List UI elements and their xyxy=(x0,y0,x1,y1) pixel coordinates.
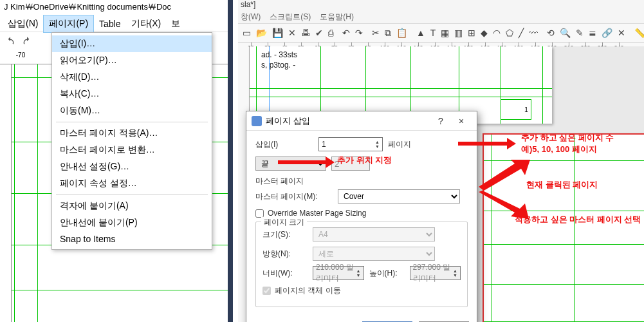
menu-item[interactable]: 삽입(I)… xyxy=(52,35,212,52)
override-sizing-label: Override Master Page Sizing xyxy=(268,209,366,218)
window-title: J Kim￦OneDrive￦Knitting documents￦Doc xyxy=(0,0,228,15)
annotation-pagecount: 추가 하고 싶은 페이지 수예)5, 10, 100 페이지 xyxy=(521,132,614,155)
page-size-group-label: 페이지 크기 xyxy=(261,217,307,228)
measure-icon[interactable]: 📏 xyxy=(634,26,644,40)
page-suffix-label: 페이지 xyxy=(388,139,411,150)
menu-item[interactable]: 스크립트(S) xyxy=(270,12,311,23)
menu-item[interactable]: 삽입(N) xyxy=(3,15,43,32)
table-icon[interactable]: ⊞ xyxy=(467,26,476,40)
annotation-master: 적용하고 싶은 마스터 페이지 선택 xyxy=(515,214,641,225)
insert-label: 삽입(I) xyxy=(255,139,313,150)
page-menu-dropdown: 삽입(I)…읽어오기(P)…삭제(D)…복사(C)…이동(M)…마스터 페이지 … xyxy=(51,32,212,250)
menu-item[interactable]: 안내선 설정(G)… xyxy=(52,158,212,175)
pointer-icon[interactable]: ▲ xyxy=(416,26,426,40)
annotation-current-page: 현재 클릭된 페이지 xyxy=(526,179,598,191)
line-icon[interactable]: ╱ xyxy=(518,26,524,40)
paste-icon[interactable]: 📋 xyxy=(396,26,408,40)
size-label: 크기(S): xyxy=(262,229,308,240)
menu-item[interactable]: 창(W) xyxy=(241,12,261,23)
width-spinner: 210.000 밀리미터▲▼ xyxy=(313,266,364,280)
close-icon[interactable]: ✕ xyxy=(288,26,297,40)
bezier-icon[interactable]: 〰 xyxy=(528,26,538,40)
height-spinner: 297.000 밀리미터▲▼ xyxy=(410,266,461,280)
master-section-label: 마스터 페이지 xyxy=(255,176,468,187)
ruler-vertical xyxy=(0,64,12,322)
polygon-icon[interactable]: ⬠ xyxy=(505,26,514,40)
arrow-to-pagecount xyxy=(458,139,516,148)
menu-item[interactable]: 복사(C)… xyxy=(52,86,212,102)
menu-item[interactable]: 이동(M)… xyxy=(52,102,212,119)
insert-page-dialog: 페이지 삽입 ? × 삽입(I) 1 ▲▼ 페이지 끝 마스터 페이지 xyxy=(246,111,477,322)
right-menubar: 창(W)스크립트(S)도움말(H) xyxy=(238,10,644,23)
shape-icon[interactable]: ◆ xyxy=(480,26,488,40)
zoom-icon[interactable]: 🔍 xyxy=(559,26,571,40)
redo-icon[interactable]: ↷ xyxy=(354,26,363,40)
story-editor-icon[interactable]: ≣ xyxy=(588,26,597,40)
annotation-position: 추가 위치 지정 xyxy=(337,155,392,166)
menu-item[interactable]: 격자에 붙이기(A) xyxy=(52,198,212,214)
menu-item[interactable]: 삭제(D)… xyxy=(52,69,212,86)
rotate-icon[interactable]: ⟲ xyxy=(546,26,555,40)
menu-item[interactable]: 마스터 페이지 적용(A)… xyxy=(52,125,212,142)
text-icon[interactable]: T xyxy=(430,26,437,40)
menu-separator xyxy=(56,122,208,122)
menu-item[interactable]: 안내선에 붙이기(P) xyxy=(52,214,212,231)
width-label: 너비(W): xyxy=(262,268,308,279)
edit-content-icon[interactable]: ✎ xyxy=(575,26,584,40)
height-label: 높이(H): xyxy=(369,268,405,279)
redo-icon[interactable] xyxy=(21,35,33,48)
master-page-select[interactable]: Cover xyxy=(338,189,460,204)
undo-icon[interactable]: ↶ xyxy=(342,26,351,40)
arc-icon[interactable]: ◠ xyxy=(492,26,501,40)
unlink-icon[interactable]: ✕ xyxy=(617,26,626,40)
image-icon[interactable]: ▦ xyxy=(440,26,450,40)
menu-item[interactable]: 보 xyxy=(166,15,185,32)
right-toolbar: ▭ 📂 💾 ✕ 🖶 ✔ ⎙ ↶ ↷ ✂ ⧉ 📋 ▲ T ▦ ▥ ⊞ ◆ ◠ ⬠ … xyxy=(238,23,644,43)
move-objects-label: 페이지의 객체 이동 xyxy=(275,285,341,296)
arrow-to-current-page xyxy=(479,160,530,192)
move-objects-checkbox xyxy=(262,287,271,295)
menubar: 삽입(N)페이지(P)Table기타(X)보 xyxy=(0,15,228,32)
help-button[interactable]: ? xyxy=(430,114,451,128)
pdf-icon[interactable]: ⎙ xyxy=(327,26,334,40)
insert-count-spinner[interactable]: 1 ▲▼ xyxy=(318,137,383,151)
open-icon[interactable]: 📂 xyxy=(255,26,268,40)
new-icon[interactable]: ▭ xyxy=(242,26,252,40)
dialog-titlebar: 페이지 삽입 ? × xyxy=(246,111,477,131)
scribus-icon xyxy=(252,116,262,126)
override-sizing-checkbox[interactable] xyxy=(255,209,264,218)
sample-text: ad. - 33sts s, p3tog. - xyxy=(261,50,297,70)
check-icon[interactable]: ✔ xyxy=(315,26,324,40)
menu-item[interactable]: 페이지 속성 설정… xyxy=(52,175,212,192)
copy-icon[interactable]: ⧉ xyxy=(384,26,392,40)
menu-item[interactable]: Table xyxy=(94,16,125,32)
cut-icon[interactable]: ✂ xyxy=(371,26,380,40)
size-select: A4 xyxy=(313,227,435,242)
orientation-select: 세로 xyxy=(313,247,435,261)
save-icon[interactable]: 💾 xyxy=(271,26,284,40)
orientation-label: 방향(N): xyxy=(262,249,308,260)
menu-item[interactable]: 기타(X) xyxy=(126,15,167,32)
page-number-box: 1 xyxy=(501,99,531,120)
menu-item[interactable]: 도움말(H) xyxy=(320,12,354,23)
link-icon[interactable]: 🔗 xyxy=(601,26,613,40)
doc-title-suffix: sla*] xyxy=(238,0,644,10)
menu-item[interactable]: 마스터 페이지로 변환… xyxy=(52,142,212,158)
ruler-tick: -70 xyxy=(16,52,25,59)
render-icon[interactable]: ▥ xyxy=(454,26,463,40)
arrow-to-position xyxy=(278,158,335,167)
menu-separator xyxy=(56,194,208,195)
dialog-title-text: 페이지 삽입 xyxy=(266,115,310,127)
close-button[interactable]: × xyxy=(451,114,472,128)
menu-item[interactable]: 페이지(P) xyxy=(43,15,94,33)
menu-item[interactable]: Snap to Items xyxy=(52,231,212,247)
svg-marker-0 xyxy=(479,160,530,191)
print-icon[interactable]: 🖶 xyxy=(300,26,311,40)
menu-item[interactable]: 읽어오기(P)… xyxy=(52,52,212,69)
master-page-label: 마스터 페이지(M): xyxy=(255,191,333,202)
undo-icon[interactable] xyxy=(4,35,17,48)
